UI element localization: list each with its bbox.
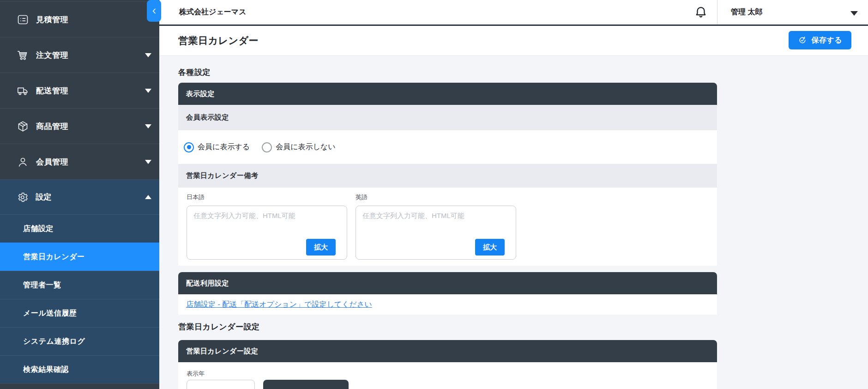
sidebar-subitem-system-log[interactable]: システム連携ログ [0, 327, 159, 355]
calendar-dark-panel [263, 380, 349, 389]
remarks-fields: 日本語 任意文字列入力可能、HTML可能 拡大 英語 任意文字列入力可能、HTM… [178, 188, 717, 266]
expand-button[interactable]: 拡大 [306, 239, 336, 255]
radio-label: 会員に表示しない [276, 142, 336, 152]
section-heading-calendar: 営業日カレンダー設定 [178, 322, 260, 332]
remarks-field-japanese: 日本語 任意文字列入力可能、HTML可能 拡大 [187, 188, 347, 260]
chevron-down-icon [145, 89, 151, 93]
remarks-textarea-japanese[interactable]: 任意文字列入力可能、HTML可能 拡大 [187, 206, 347, 260]
sidebar-item-label: 注文管理 [36, 50, 68, 61]
save-button[interactable]: 保存する [789, 31, 851, 49]
bell-icon [694, 5, 708, 20]
calendar-settings-card: 営業日カレンダー設定 表示年 [178, 340, 717, 389]
year-label: 表示年 [187, 370, 205, 378]
sidebar-item-quotes[interactable]: 見積管理 [0, 1, 159, 37]
package-icon [17, 120, 29, 133]
sidebar-item-members[interactable]: 会員管理 [0, 144, 159, 180]
sidebar-subitem-label: 検索結果確認 [23, 365, 69, 375]
main-content: 各種設定 表示設定 会員表示設定 会員に表示する 会員に表示しない 営業日カレン… [159, 56, 868, 389]
sidebar-item-products[interactable]: 商品管理 [0, 109, 159, 144]
sidebar-subitem-label: 店舗設定 [23, 224, 54, 234]
radio-label: 会員に表示する [198, 142, 250, 152]
cart-icon [17, 49, 29, 61]
chevron-up-icon [145, 195, 151, 199]
member-display-radio-row: 会員に表示する 会員に表示しない [178, 130, 717, 164]
display-settings-card: 表示設定 会員表示設定 会員に表示する 会員に表示しない 営業日カレンダー備考 … [178, 83, 717, 266]
sidebar-collapse-button[interactable] [147, 0, 161, 22]
textarea-placeholder: 任意文字列入力可能、HTML可能 [362, 212, 464, 220]
field-label: 日本語 [187, 193, 347, 201]
chevron-left-icon [150, 7, 158, 15]
sidebar-subitem-search-result[interactable]: 検索結果確認 [0, 355, 159, 383]
save-button-label: 保存する [811, 36, 842, 45]
delivery-option-link[interactable]: 店舗設定 - 配送「配送オプション」で設定してください [186, 300, 372, 310]
card-header: 表示設定 [178, 83, 717, 105]
textarea-placeholder: 任意文字列入力可能、HTML可能 [193, 212, 295, 220]
truck-icon [17, 85, 29, 97]
sidebar-subitem-label: システム連携ログ [23, 337, 85, 346]
section-heading-general: 各種設定 [178, 67, 211, 78]
quote-list-icon [17, 13, 29, 26]
sidebar-item-label: 設定 [36, 192, 52, 202]
user-name: 管理 太郎 [731, 0, 762, 24]
year-select[interactable] [187, 380, 255, 389]
user-menu[interactable]: 管理 太郎 [717, 0, 868, 24]
radio-selected-icon[interactable] [184, 142, 194, 152]
sidebar-item-label: 配送管理 [36, 85, 68, 96]
sync-check-icon [798, 36, 807, 45]
sidebar-subitem-label: 管理者一覧 [23, 280, 61, 290]
company-name: 株式会社ジェーマス [179, 0, 247, 24]
sidebar-item-label: 商品管理 [36, 121, 68, 132]
chevron-down-icon [850, 11, 858, 16]
expand-button[interactable]: 拡大 [475, 239, 505, 255]
sidebar-subitem-label: メール送信履歴 [23, 309, 77, 318]
delivery-usage-card: 配送利用設定 店舗設定 - 配送「配送オプション」で設定してください [178, 272, 717, 315]
card-header: 営業日カレンダー設定 [178, 340, 717, 362]
member-icon [17, 156, 29, 168]
member-display-subheader: 会員表示設定 [178, 105, 717, 130]
gear-icon [17, 191, 29, 203]
page-title: 営業日カレンダー [178, 26, 259, 55]
remarks-textarea-english[interactable]: 任意文字列入力可能、HTML可能 拡大 [356, 206, 516, 260]
sidebar-subitem-business-calendar[interactable]: 営業日カレンダー [0, 243, 159, 271]
sidebar-settings-group: 設定 店舗設定 営業日カレンダー 管理者一覧 メール送信履歴 システム連携ログ … [0, 180, 159, 383]
delivery-link-row: 店舗設定 - 配送「配送オプション」で設定してください [178, 294, 717, 315]
remarks-field-english: 英語 任意文字列入力可能、HTML可能 拡大 [356, 188, 516, 260]
field-label: 英語 [356, 193, 516, 201]
sidebar-item-label: 見積管理 [36, 14, 68, 25]
calendar-remarks-subheader: 営業日カレンダー備考 [178, 164, 717, 188]
topbar: 株式会社ジェーマス 管理 太郎 [159, 0, 868, 26]
chevron-down-icon [145, 53, 151, 57]
chevron-down-icon [145, 160, 151, 164]
sidebar-subitem-store-settings[interactable]: 店舗設定 [0, 214, 159, 243]
notifications-button[interactable] [694, 5, 708, 20]
radio-unselected-icon[interactable] [262, 142, 272, 152]
sidebar-subitem-label: 営業日カレンダー [23, 252, 85, 262]
sidebar-tail [0, 383, 159, 389]
sidebar: 見積管理 注文管理 配送管理 商品管理 会員管理 [0, 0, 159, 389]
sidebar-item-orders[interactable]: 注文管理 [0, 37, 159, 73]
radio-hide-from-members[interactable]: 会員に表示しない [262, 142, 336, 152]
sidebar-subitem-admin-list[interactable]: 管理者一覧 [0, 271, 159, 299]
calendar-settings-body: 表示年 [178, 362, 717, 389]
titlebar: 営業日カレンダー 保存する [159, 26, 868, 56]
card-header: 配送利用設定 [178, 272, 717, 294]
sidebar-item-settings[interactable]: 設定 [0, 180, 159, 214]
chevron-down-icon [145, 124, 151, 128]
sidebar-subitem-mail-history[interactable]: メール送信履歴 [0, 299, 159, 327]
sidebar-item-delivery[interactable]: 配送管理 [0, 73, 159, 109]
sidebar-item-label: 会員管理 [36, 157, 68, 167]
radio-show-to-members[interactable]: 会員に表示する [184, 142, 250, 152]
